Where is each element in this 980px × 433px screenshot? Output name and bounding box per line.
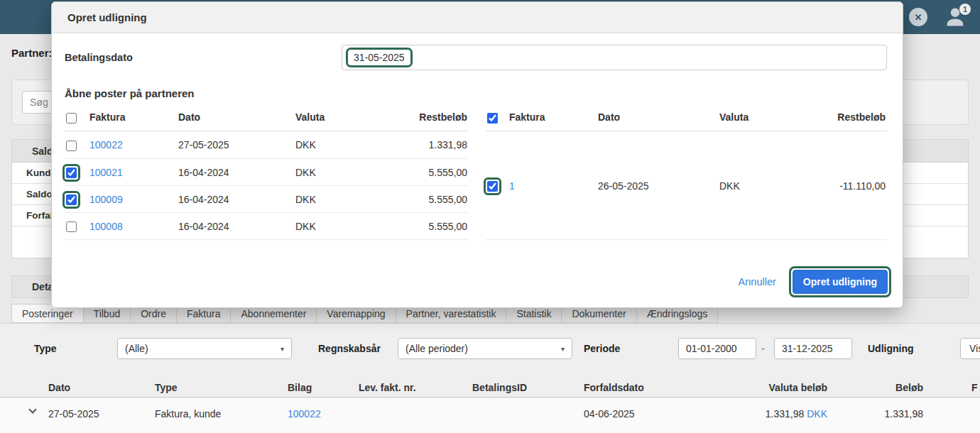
expand-row-chevron-icon[interactable]	[28, 405, 36, 413]
modal-footer: Annuller Opret udligning	[739, 266, 891, 297]
invoice-link[interactable]: 100022	[89, 139, 123, 150]
row-restbeloeb: 5.555,00	[405, 185, 469, 212]
posting-valuta-amount: 1.331,98	[766, 408, 805, 420]
col-faktura: Faktura	[509, 104, 598, 131]
row-valuta: DKK	[295, 131, 405, 158]
close-circle-icon[interactable]: ✕	[909, 8, 927, 26]
posting-forfaldsdato: 04-06-2025	[584, 407, 635, 421]
period-from-input[interactable]: 01-01-2000	[678, 338, 756, 359]
filter-bar: Type (Alle) ▾ Regnskabsår (Alle perioder…	[0, 338, 980, 359]
row-checkbox[interactable]	[66, 221, 77, 232]
invoice-link[interactable]: 100008	[89, 221, 123, 232]
row-checkbox[interactable]	[487, 181, 498, 192]
chevron-down-icon: ▾	[281, 345, 284, 353]
row-restbeloeb: 5.555,00	[405, 212, 469, 240]
posting-valuta-beloeb: 1.331,98 DKK	[766, 407, 827, 421]
invoice-link[interactable]: 1	[509, 180, 515, 192]
payment-date-row: Betalingsdato 31-05-2025	[65, 45, 887, 70]
posting-currency-link[interactable]: DKK	[807, 408, 827, 420]
row-restbeloeb: -11.110,00	[827, 131, 887, 240]
col-lev-fakt-nr: Lev. fakt. nr.	[359, 378, 416, 398]
posting-dato: 27-05-2025	[48, 407, 99, 421]
create-settlement-modal: Opret udligning Betalingsdato 31-05-2025…	[51, 1, 903, 308]
col-dato: Dato	[598, 104, 719, 131]
checkbox-annotation	[62, 191, 80, 209]
payment-date-input[interactable]: 31-05-2025	[342, 45, 887, 70]
row-dato: 26-05-2025	[598, 131, 719, 240]
checkbox-annotation	[62, 164, 80, 182]
fiscal-year-value: (Alle perioder)	[405, 343, 468, 354]
settlement-filter-label: Udligning	[868, 338, 914, 359]
row-checkbox[interactable]	[66, 168, 77, 178]
cancel-link[interactable]: Annuller	[739, 276, 776, 287]
modal-body: Betalingsdato 31-05-2025 Åbne poster på …	[52, 33, 903, 240]
table-header-row: Faktura Dato Valuta Restbeløb	[486, 104, 887, 131]
posting-row: 27-05-2025 Faktura, kunde 100022 04-06-2…	[0, 398, 980, 433]
show-button[interactable]: Vis	[960, 338, 980, 359]
topbar-icon-group: ✕ 1	[909, 0, 966, 34]
select-all-right-checkbox[interactable]	[487, 113, 498, 124]
col-dato: Dato	[48, 378, 70, 398]
payment-date-value-annotated: 31-05-2025	[346, 48, 413, 67]
row-dato: 16-04-2024	[178, 185, 295, 212]
col-type: Type	[155, 378, 178, 398]
fiscal-year-select[interactable]: (Alle perioder) ▾	[398, 338, 572, 359]
notification-badge: 1	[959, 4, 971, 15]
posting-type: Faktura, kunde	[155, 407, 221, 421]
invoice-link[interactable]: 100021	[89, 167, 123, 178]
col-valuta-beloeb: Valuta beløb	[769, 378, 827, 398]
row-dato: 16-04-2024	[178, 158, 295, 185]
col-cut-off: F	[971, 378, 978, 398]
table-row: 1 26-05-2025 DKK -11.110,00	[486, 131, 887, 240]
type-filter-label: Type	[34, 338, 57, 359]
row-valuta: DKK	[295, 212, 405, 240]
period-filter-label: Periode	[584, 338, 620, 359]
row-restbeloeb: 5.555,00	[405, 158, 469, 185]
type-filter-value: (Alle)	[125, 343, 148, 354]
period-to-input[interactable]: 31-12-2025	[774, 338, 852, 359]
row-checkbox[interactable]	[66, 141, 77, 151]
row-valuta: DKK	[295, 158, 405, 185]
col-betalings-id: BetalingsID	[472, 378, 527, 398]
type-filter-select[interactable]: (Alle) ▾	[117, 338, 292, 359]
col-forfaldsdato: Forfaldsdato	[584, 378, 644, 398]
open-items-tables: Faktura Dato Valuta Restbeløb 100022 27-…	[65, 104, 887, 240]
col-bilag: Bilag	[288, 378, 312, 398]
col-faktura: Faktura	[89, 104, 178, 131]
row-checkbox[interactable]	[66, 194, 77, 205]
col-restbeloeb: Restbeløb	[405, 104, 469, 131]
table-row: 100009 16-04-2024 DKK 5.555,00	[65, 185, 469, 212]
create-settlement-button[interactable]: Opret udligning	[793, 270, 888, 294]
user-profile-icon[interactable]: 1	[944, 6, 966, 28]
row-restbeloeb: 1.331,98	[405, 131, 469, 158]
partner-label: Partner:	[11, 47, 53, 59]
col-valuta: Valuta	[719, 104, 827, 131]
open-items-table-right: Faktura Dato Valuta Restbeløb 1 26-05-20…	[486, 104, 887, 240]
payment-date-label: Betalingsdato	[65, 52, 342, 63]
checkbox-annotation	[484, 177, 501, 195]
table-row: 100022 27-05-2025 DKK 1.331,98	[65, 131, 469, 158]
postings-table-header: Dato Type Bilag Lev. fakt. nr. Betalings…	[0, 378, 980, 398]
table-row: 100008 16-04-2024 DKK 5.555,00	[65, 212, 469, 240]
invoice-link[interactable]: 100009	[89, 194, 123, 205]
select-all-left-checkbox[interactable]	[66, 113, 77, 124]
row-valuta: DKK	[295, 185, 405, 212]
col-valuta: Valuta	[295, 104, 405, 131]
button-annotation: Opret udligning	[789, 266, 891, 297]
posting-beloeb: 1.331,98	[885, 407, 924, 421]
chevron-down-icon: ▾	[561, 345, 565, 353]
fiscal-year-filter-label: Regnskabsår	[318, 338, 381, 359]
open-items-section-title: Åbne poster på partneren	[65, 87, 887, 99]
open-items-table-left: Faktura Dato Valuta Restbeløb 100022 27-…	[65, 104, 469, 240]
table-row: 100021 16-04-2024 DKK 5.555,00	[65, 158, 469, 185]
table-header-row: Faktura Dato Valuta Restbeløb	[65, 104, 469, 131]
posting-bilag-link[interactable]: 100022	[288, 407, 321, 421]
col-beloeb: Beløb	[895, 378, 923, 398]
row-valuta: DKK	[719, 131, 827, 240]
modal-title: Opret udligning	[52, 2, 903, 33]
row-dato: 27-05-2025	[178, 131, 295, 158]
period-separator: -	[761, 338, 765, 359]
col-restbeloeb: Restbeløb	[827, 104, 887, 131]
row-dato: 16-04-2024	[178, 212, 295, 240]
col-dato: Dato	[178, 104, 295, 131]
